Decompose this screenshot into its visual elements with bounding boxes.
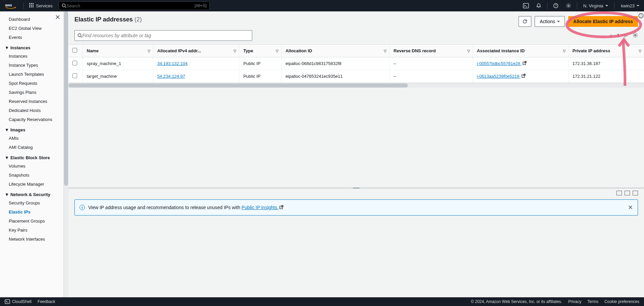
sidebar-item-capacity-reservations[interactable]: Capacity Reservations <box>0 115 63 124</box>
account-menu[interactable]: kwin23 <box>616 3 644 8</box>
sidebar-section-instances[interactable]: ▼Instances <box>0 42 63 52</box>
svg-rect-3 <box>33 3 34 4</box>
chevron-down-icon: ▼ <box>5 45 9 50</box>
services-label: Services <box>36 3 53 8</box>
sidebar-item-reserved-instances[interactable]: Reserved Instances <box>0 97 63 106</box>
external-link-icon <box>523 61 527 66</box>
public-ip-insights-link[interactable]: Public IP insights. <box>241 205 283 210</box>
external-link-icon <box>279 205 283 210</box>
svg-rect-1 <box>29 3 30 4</box>
caret-icon <box>557 21 560 22</box>
close-sidebar-icon[interactable] <box>55 15 60 20</box>
services-menu[interactable]: Services <box>26 3 56 9</box>
allocate-button[interactable]: Allocate Elastic IP address <box>568 16 638 27</box>
sidebar-item-savings-plans[interactable]: Savings Plans <box>0 88 63 97</box>
sidebar-item-dedicated-hosts[interactable]: Dedicated Hosts <box>0 106 63 115</box>
sidebar-item-amis[interactable]: AMIs <box>0 134 63 143</box>
sidebar-item-events[interactable]: Events <box>0 33 63 42</box>
close-banner-icon[interactable]: ✕ <box>628 204 633 211</box>
sidebar-scrollbar[interactable] <box>64 11 68 297</box>
instance-link[interactable]: i-00557bdbc55761e28 <box>477 61 527 66</box>
actions-button[interactable]: Actions <box>535 16 565 27</box>
sidebar-item-lifecycle-manager[interactable]: Lifecycle Manager <box>0 180 63 189</box>
separator <box>23 2 24 9</box>
col-type[interactable]: Type▽ <box>239 45 281 57</box>
svg-line-29 <box>281 205 283 207</box>
sidebar-item-dashboard[interactable]: Dashboard <box>0 15 63 24</box>
chevron-down-icon: ▼ <box>5 192 9 197</box>
sidebar-item-global-view[interactable]: EC2 Global View <box>0 24 63 33</box>
aws-logo[interactable]: aws <box>5 2 17 9</box>
filter-input[interactable] <box>82 33 249 38</box>
cell-name: spray_machine_1 <box>83 57 153 70</box>
ip-link[interactable]: 54.234.124.97 <box>157 74 185 79</box>
sidebar-section-images[interactable]: ▼Images <box>0 124 63 134</box>
caret-icon <box>637 5 639 6</box>
search-input[interactable] <box>66 3 195 8</box>
sidebar-item-instances[interactable]: Instances <box>0 52 63 61</box>
col-priv[interactable]: Private IP address▽ <box>568 45 644 57</box>
col-name[interactable]: Name▽ <box>83 45 153 57</box>
row-checkbox[interactable] <box>72 73 77 78</box>
cell-priv: 172.31.36.187 <box>568 57 644 70</box>
sidebar-item-placement-groups[interactable]: Placement Groups <box>0 217 63 226</box>
layout-split-icon[interactable] <box>625 191 630 195</box>
col-ip[interactable]: Allocated IPv4 addr...▽ <box>153 45 239 57</box>
svg-rect-4 <box>29 5 30 6</box>
layout-full-icon[interactable] <box>633 191 638 195</box>
cell-rdns: – <box>389 70 473 83</box>
page-header: Elastic IP addresses (2) Actions Allocat… <box>68 11 644 30</box>
svg-text:aws: aws <box>5 3 12 7</box>
table-horizontal-scrollbar[interactable] <box>68 83 644 88</box>
main-content: Elastic IP addresses (2) Actions Allocat… <box>68 11 644 297</box>
global-search[interactable]: [Alt+S] <box>59 1 210 10</box>
filter-input-wrap[interactable] <box>74 30 252 41</box>
table-row[interactable]: target_machine54.234.124.97Public IPeipa… <box>68 70 644 83</box>
region-selector[interactable]: N. Virginia <box>579 3 612 8</box>
sidebar-item-key-pairs[interactable]: Key Pairs <box>0 226 63 235</box>
table-settings-icon[interactable] <box>633 33 638 39</box>
external-link-icon <box>522 74 526 79</box>
row-checkbox[interactable] <box>72 61 77 65</box>
help-icon[interactable]: ? <box>549 0 562 11</box>
settings-icon[interactable] <box>562 0 575 11</box>
ip-link[interactable]: 34.193.132.104 <box>157 61 187 66</box>
svg-rect-12 <box>523 3 529 8</box>
refresh-icon <box>522 19 528 24</box>
sidebar-item-spot-requests[interactable]: Spot Requests <box>0 79 63 88</box>
eip-table: Name▽ Allocated IPv4 addr...▽ Type▽ Allo… <box>68 44 644 83</box>
select-all-checkbox[interactable] <box>72 48 77 53</box>
caret-icon <box>605 5 608 6</box>
sidebar-item-network-interfaces[interactable]: Network Interfaces <box>0 235 63 244</box>
info-banner: i View IP address usage and recommendati… <box>74 199 638 216</box>
instance-link[interactable]: i-0613aa5239f0e5219 <box>477 74 526 79</box>
sidebar-item-elastic-ips[interactable]: Elastic IPs <box>0 207 63 217</box>
cloudshell-icon[interactable] <box>520 0 532 11</box>
sidebar-item-ami-catalog[interactable]: AMI Catalog <box>0 143 63 152</box>
next-page[interactable]: ▶ <box>624 33 628 38</box>
info-flyout-icon[interactable]: i <box>638 13 644 19</box>
chevron-down-icon: ▼ <box>5 155 9 160</box>
refresh-button[interactable] <box>519 16 531 27</box>
svg-rect-9 <box>33 6 34 7</box>
col-rdns[interactable]: Reverse DNS record▽ <box>389 45 473 57</box>
layout-bottom-icon[interactable] <box>616 191 622 195</box>
svg-point-10 <box>62 4 65 7</box>
sidebar-item-snapshots[interactable]: Snapshots <box>0 171 63 180</box>
sidebar-item-instance-types[interactable]: Instance Types <box>0 61 63 70</box>
cell-type: Public IP <box>239 57 281 70</box>
svg-rect-6 <box>33 5 34 6</box>
table-row[interactable]: spray_machine_134.193.132.104Public IPei… <box>68 57 644 70</box>
sidebar-section-ebs[interactable]: ▼Elastic Block Store <box>0 152 63 162</box>
col-instance[interactable]: Associated instance ID▽ <box>473 45 568 57</box>
sidebar-item-security-groups[interactable]: Security Groups <box>0 198 63 207</box>
notifications-icon[interactable] <box>532 0 545 11</box>
col-alloc[interactable]: Allocation ID▽ <box>281 45 389 57</box>
sidebar-section-network[interactable]: ▼Network & Security <box>0 189 63 198</box>
sidebar-item-volumes[interactable]: Volumes <box>0 162 63 171</box>
prev-page[interactable]: ◀ <box>608 33 612 38</box>
sidebar-item-launch-templates[interactable]: Launch Templates <box>0 70 63 79</box>
svg-text:?: ? <box>555 4 557 8</box>
page-number: 1 <box>617 33 620 38</box>
banner-text: View IP address usage and recommendation… <box>88 205 283 210</box>
